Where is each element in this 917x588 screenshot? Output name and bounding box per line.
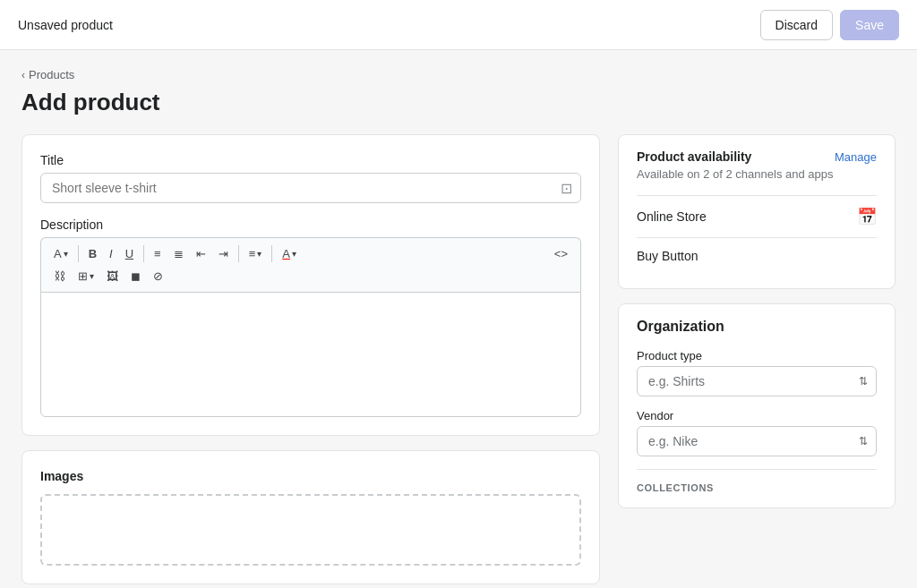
- manage-link[interactable]: Manage: [835, 150, 877, 164]
- toolbar-row-1: A ▾ B I U ≡ ≣: [48, 243, 573, 264]
- main-column: Title ⊡ Description A ▾: [21, 134, 600, 584]
- font-button[interactable]: A ▾: [48, 243, 73, 264]
- title-input-wrapper: ⊡: [40, 173, 581, 203]
- content-layout: Title ⊡ Description A ▾: [21, 134, 896, 584]
- product-type-field: Product type e.g. Shirts ⇅: [637, 349, 877, 396]
- availability-card: Product availability Manage Available on…: [618, 134, 896, 289]
- ai-icon: ⊡: [561, 180, 572, 197]
- organization-card: Organization Product type e.g. Shirts ⇅ …: [618, 303, 896, 508]
- toolbar-sep-1: [78, 245, 79, 262]
- side-column: Product availability Manage Available on…: [618, 134, 896, 508]
- product-type-select-wrapper: e.g. Shirts ⇅: [637, 366, 877, 396]
- block-icon: ⊘: [153, 269, 163, 283]
- breadcrumb-label: Products: [29, 68, 74, 81]
- align-chevron-icon: ▾: [257, 249, 261, 259]
- breadcrumb-chevron-icon: ‹: [21, 69, 25, 81]
- vendor-field: Vendor e.g. Nike ⇅: [637, 409, 877, 456]
- save-button[interactable]: Save: [840, 10, 899, 40]
- channel-item-buy-button: Buy Button: [637, 237, 877, 274]
- ordered-list-button[interactable]: ≣: [168, 243, 189, 264]
- discard-button[interactable]: Discard: [760, 10, 833, 40]
- toolbar-row-2: ⛓ ⊞ ▾ 🖼 ◼: [48, 266, 573, 286]
- ordered-list-icon: ≣: [174, 247, 184, 260]
- indent-left-icon: ⇤: [196, 247, 206, 260]
- indent-right-icon: ⇥: [219, 247, 228, 260]
- color-chevron-icon: ▾: [292, 249, 296, 259]
- breadcrumb[interactable]: ‹ Products: [21, 68, 896, 81]
- align-button[interactable]: ≡ ▾: [244, 243, 268, 264]
- page-title: Add product: [21, 89, 896, 116]
- channel-name-online-store: Online Store: [637, 209, 707, 224]
- title-field-label: Title: [40, 153, 581, 167]
- align-icon: ≡: [249, 247, 256, 260]
- collections-section: COLLECTIONS: [637, 469, 877, 493]
- video-button[interactable]: ◼: [125, 266, 146, 286]
- text-color-label: A: [282, 247, 290, 260]
- block-button[interactable]: ⊘: [148, 266, 168, 286]
- organization-title: Organization: [637, 319, 877, 335]
- font-chevron-icon: ▾: [64, 249, 68, 259]
- channel-item-online-store: Online Store 📅: [637, 195, 877, 237]
- title-description-card: Title ⊡ Description A ▾: [21, 134, 600, 436]
- vendor-select[interactable]: e.g. Nike: [637, 426, 877, 456]
- editor-body[interactable]: [40, 292, 581, 417]
- availability-subtitle: Available on 2 of 2 channels and apps: [637, 167, 877, 181]
- code-view-button[interactable]: <>: [549, 243, 573, 264]
- indent-left-button[interactable]: ⇤: [191, 243, 211, 264]
- toolbar-sep-2: [143, 245, 144, 262]
- italic-button[interactable]: I: [104, 243, 118, 264]
- bullet-list-button[interactable]: ≡: [149, 243, 167, 264]
- code-view-icon: <>: [554, 247, 568, 260]
- editor-toolbar: A ▾ B I U ≡ ≣: [40, 237, 581, 292]
- text-color-button[interactable]: A ▾: [277, 243, 302, 264]
- link-icon: ⛓: [54, 269, 65, 283]
- image-button[interactable]: 🖼: [101, 266, 124, 286]
- link-button[interactable]: ⛓: [48, 266, 71, 286]
- indent-right-button[interactable]: ⇥: [213, 243, 234, 264]
- bold-button[interactable]: B: [83, 243, 102, 264]
- images-card-title: Images: [40, 469, 581, 483]
- vendor-label: Vendor: [637, 409, 877, 422]
- table-button[interactable]: ⊞ ▾: [73, 266, 99, 286]
- toolbar-sep-3: [238, 245, 239, 262]
- product-type-select[interactable]: e.g. Shirts: [637, 366, 877, 396]
- images-card: Images: [21, 450, 600, 584]
- table-chevron-icon: ▾: [90, 271, 94, 281]
- header: Unsaved product Discard Save: [0, 0, 917, 50]
- vendor-select-wrapper: e.g. Nike ⇅: [637, 426, 877, 456]
- product-type-label: Product type: [637, 349, 877, 362]
- calendar-icon-online-store[interactable]: 📅: [857, 207, 877, 226]
- image-icon: 🖼: [107, 269, 118, 283]
- image-drop-zone[interactable]: [40, 494, 581, 566]
- page: ‹ Products Add product Title ⊡ Descripti…: [0, 50, 917, 588]
- toolbar-spacer: [304, 243, 547, 264]
- availability-title: Product availability: [637, 149, 751, 164]
- toolbar-sep-4: [271, 245, 272, 262]
- header-actions: Discard Save: [760, 10, 899, 40]
- title-input[interactable]: [40, 173, 581, 203]
- channel-name-buy-button: Buy Button: [637, 249, 698, 263]
- font-label: A: [54, 247, 62, 260]
- collections-label: COLLECTIONS: [637, 482, 877, 493]
- description-field-label: Description: [40, 217, 581, 232]
- header-title: Unsaved product: [18, 18, 113, 32]
- video-icon: ◼: [131, 269, 141, 283]
- availability-header: Product availability Manage: [637, 149, 877, 164]
- bullet-list-icon: ≡: [154, 247, 161, 260]
- underline-button[interactable]: U: [120, 243, 139, 264]
- table-icon: ⊞: [78, 269, 88, 283]
